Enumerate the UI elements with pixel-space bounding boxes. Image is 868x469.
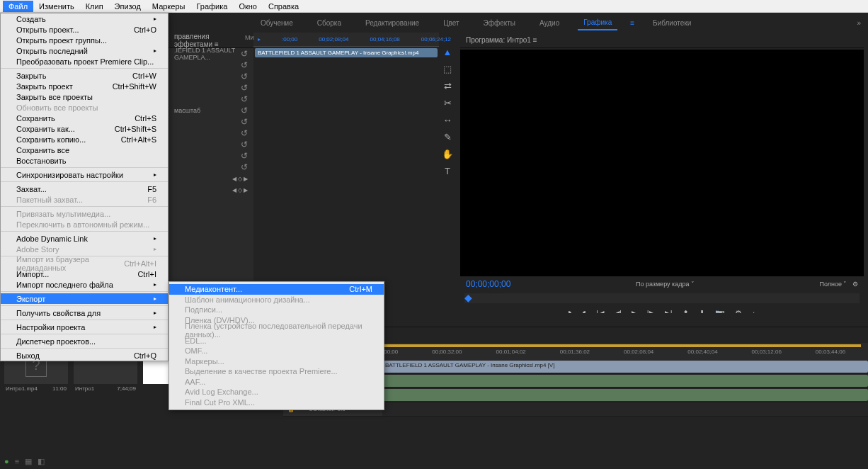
file-menu-item[interactable]: Adobe Dynamic Link▸ [1,233,168,244]
file-menu-item[interactable]: Привязать мультимедиа... [1,208,168,219]
file-menu-item[interactable]: СохранитьCtrl+S [1,113,168,123]
effect-property-row[interactable]: ↺ [169,71,253,82]
export-menu-item[interactable]: Avid Log Exchange... [169,387,384,397]
tab-learn[interactable]: Обучение [255,16,299,30]
track-content[interactable]: BATTLEFIELD 1 ASSAULT GAMEPLAY - Insane … [382,360,868,373]
effect-property-row[interactable]: ↺ [169,94,253,105]
work-area-bar[interactable] [382,344,861,347]
menu-edit[interactable]: Изменить [33,1,80,12]
file-menu-item[interactable]: ЗакрытьCtrl+W [1,70,168,81]
timeline-audio-clip[interactable] [382,375,868,387]
file-menu-item[interactable]: Синхронизировать настройки▸ [1,169,168,180]
freeform-view-button[interactable]: ◧ [38,457,45,466]
file-menu-item[interactable]: ВыходCtrl+Q [1,350,168,361]
effect-property-row[interactable]: ↺ [169,150,253,162]
razor-tool[interactable]: ✂ [441,96,454,109]
file-menu-item[interactable]: Восстановить [1,155,168,166]
file-menu-item[interactable]: Обновить все проекты [1,102,168,113]
file-menu-item[interactable]: Получить свойства для▸ [1,307,168,318]
menu-sequence[interactable]: Эпизод [109,1,147,12]
track-content[interactable] [382,374,868,388]
export-menu-item[interactable]: Шаблон анимационного дизайна... [169,295,384,305]
tab-graphics[interactable]: Графика [578,16,617,30]
tab-audio[interactable]: Аудио [534,16,565,30]
file-menu-item[interactable]: Пакетный захват...F6 [1,194,168,205]
file-menu-item[interactable]: Захват...F5 [1,183,168,194]
track-content[interactable] [382,388,868,402]
effect-property-row[interactable]: ↺ [169,162,253,173]
ripple-edit-tool[interactable]: ⇄ [441,79,454,92]
overflow-icon[interactable]: » [857,19,861,27]
slip-tool[interactable]: ↔ [441,113,454,126]
playhead-icon[interactable]: ▸ [258,36,261,43]
file-menu-item[interactable]: Диспетчер проектов... [1,336,168,346]
effect-property-row[interactable]: масштаб↺ [169,105,253,116]
file-menu-item[interactable]: Закрыть проектCtrl+Shift+W [1,81,168,91]
track-select-tool[interactable]: ⬚ [441,62,454,75]
program-timecode[interactable]: 00;00;00;00 [466,279,510,289]
tab-editing[interactable]: Редактирование [360,16,425,30]
menu-markers[interactable]: Маркеры [147,1,191,12]
menu-graphics[interactable]: Графика [190,1,233,12]
export-menu-item[interactable]: Подписи... [169,305,384,315]
effect-property-row[interactable]: ↺ [169,116,253,128]
effect-property-row[interactable]: ↺ [169,82,253,94]
file-menu-item[interactable]: Закрыть все проекты [1,91,168,102]
file-menu-item[interactable]: Сохранить как...Ctrl+Shift+S [1,123,168,134]
source-clip[interactable]: BATTLEFIELD 1 ASSAULT GAMEPLAY - Insane … [255,48,438,57]
export-menu-item[interactable]: Final Cut Pro XML... [169,397,384,408]
effect-property-row[interactable]: ↺ [169,60,253,71]
workspace-tabs: Обучение Сборка Редактирование Цвет Эффе… [248,14,868,31]
menu-file[interactable]: Файл [3,1,33,12]
menu-window[interactable]: Окно [233,1,263,12]
file-menu-item[interactable]: Импорт из браузера медиаданныхCtrl+Alt+I [1,258,168,269]
source-time-ruler[interactable]: ▸ :00;00 00;02;08;04 00;04;16;08 00;06;2… [253,33,439,47]
file-menu-item[interactable]: Переключить в автономный режим... [1,219,168,230]
file-menu-item[interactable]: Открыть последний▸ [1,45,168,56]
export-menu-item[interactable]: Медиаконтент...Ctrl+M [169,284,384,295]
program-scrubber[interactable]: ◆ [464,293,860,303]
program-title: Программа: Интро1 ≡ [460,33,864,48]
tab-libraries[interactable]: Библиотеки [647,16,697,30]
file-menu-item[interactable]: Импорт последнего файла▸ [1,279,168,290]
export-menu-item[interactable]: EDL... [169,336,384,346]
fit-dropdown[interactable]: По размеру кадра [636,281,690,288]
file-menu-item[interactable]: Открыть проект...Ctrl+O [1,24,168,35]
tab-assembly[interactable]: Сборка [312,16,347,30]
file-menu-item[interactable]: Adobe Story▸ [1,244,168,254]
type-tool[interactable]: T [441,164,454,177]
program-viewer[interactable] [460,50,864,276]
file-menu-item[interactable]: Преобразовать проект Premiere Clip... [1,56,168,67]
file-menu-item[interactable]: Сохранить копию...Ctrl+Alt+S [1,134,168,145]
effect-property-row[interactable]: .IEFIELD 1 ASSAULT GAMEPLA...↺ [169,48,253,60]
file-menu-item[interactable]: Импорт...Ctrl+I [1,269,168,279]
file-menu-item[interactable]: Открыть проект группы... [1,35,168,45]
export-menu-item[interactable]: AAF... [169,377,384,388]
icon-view-button[interactable]: ▦ [25,457,32,466]
pen-tool[interactable]: ✎ [441,130,454,143]
tab-color[interactable]: Цвет [438,16,464,30]
export-menu-item[interactable]: Выделение в качестве проекта Premiere... [169,366,384,377]
file-menu-item[interactable]: Экспорт▸ [1,293,168,304]
quality-dropdown[interactable]: Полное [819,281,842,288]
playhead-marker-icon[interactable]: ◆ [464,292,472,303]
track-content[interactable] [382,402,868,416]
timeline-audio-clip[interactable] [382,389,868,401]
tab-effects[interactable]: Эффекты [478,16,521,30]
file-menu-item[interactable]: Настройки проекта▸ [1,322,168,332]
export-menu-item[interactable]: Пленка (устройство последовательной пере… [169,325,384,336]
list-view-button[interactable]: ≡ [15,457,19,466]
keyframe-nav[interactable]: ◀ ◇ ▶ [169,173,253,184]
effect-property-row[interactable]: ↺ [169,128,253,139]
export-menu-item[interactable]: OMF... [169,346,384,356]
effect-property-row[interactable]: ↺ [169,139,253,150]
timeline-clip[interactable]: BATTLEFIELD 1 ASSAULT GAMEPLAY - Insane … [382,361,868,373]
menu-clip[interactable]: Клип [80,1,109,12]
file-menu-item[interactable]: Создать▸ [1,13,168,24]
keyframe-nav[interactable]: ◀ ◇ ▶ [169,184,253,196]
selection-tool[interactable]: ▲ [441,45,454,58]
hand-tool[interactable]: ✋ [441,147,454,160]
file-menu-item[interactable]: Сохранить все [1,145,168,155]
export-menu-item[interactable]: Маркеры... [169,356,384,367]
menu-help[interactable]: Справка [263,1,304,12]
